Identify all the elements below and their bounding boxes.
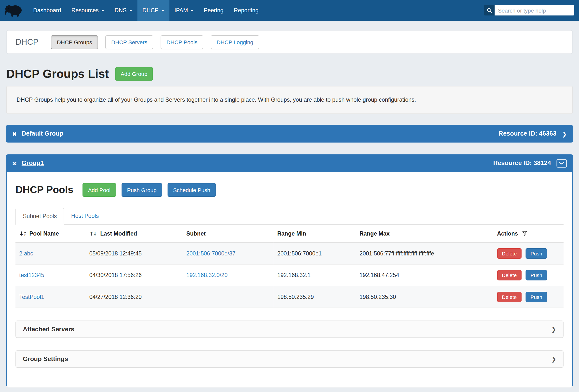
actions-cell: Delete Push	[493, 286, 564, 308]
subnav-dhcp-servers-button[interactable]: DHCP Servers	[105, 35, 153, 49]
column-range-min: Range Min	[274, 225, 356, 243]
last-modified-cell: 04/30/2018 17:56:26	[86, 264, 183, 286]
range-min-cell: 2001:506:7000::1	[274, 243, 356, 264]
group-header-right: Resource ID: 46363 ❯	[499, 130, 567, 138]
group-name-link[interactable]: Group1	[22, 160, 44, 167]
attached-servers-section[interactable]: Attached Servers ❯	[15, 320, 564, 338]
pool-name-cell: 2 abc	[15, 243, 86, 264]
nav-label: Reporting	[234, 7, 259, 14]
header-label: Actions	[497, 230, 518, 237]
nav-label: DNS	[114, 7, 127, 14]
pool-name-cell: test12345	[15, 264, 86, 286]
sort-letters: a z	[24, 230, 26, 237]
nav-resources[interactable]: Resources	[66, 0, 110, 21]
push-button[interactable]: Push	[526, 270, 547, 281]
column-last-modified[interactable]: ↑ ↓ Last Modified	[86, 225, 183, 243]
subnet-cell: 2001:506:7000::/37	[183, 243, 274, 264]
header-label: Range Min	[277, 230, 306, 237]
header-label: Last Modified	[100, 230, 137, 237]
nav-peering[interactable]: Peering	[199, 0, 229, 21]
search-input[interactable]	[495, 5, 574, 15]
delete-button[interactable]: Delete	[497, 292, 521, 302]
subnet-link[interactable]: 2001:506:7000::/37	[186, 250, 235, 257]
nav-label: IPAM	[174, 7, 188, 14]
delete-button[interactable]: Delete	[497, 270, 521, 281]
group-header-right: Resource ID: 38124 ❯	[493, 159, 567, 167]
pool-name-link[interactable]: TestPool1	[19, 294, 44, 300]
last-modified-cell: 05/09/2018 12:49:45	[86, 243, 183, 264]
close-icon[interactable]: ✖	[12, 131, 17, 137]
nav-ipam[interactable]: IPAM	[169, 0, 199, 21]
nav-label: DHCP	[143, 7, 159, 14]
nav-dhcp[interactable]: DHCP	[137, 0, 169, 21]
tab-subnet-pools[interactable]: Subnet Pools	[15, 208, 64, 225]
column-range-max: Range Max	[356, 225, 493, 243]
elephant-logo-icon	[4, 3, 24, 18]
group-header-default-group[interactable]: ✖ Default Group Resource ID: 46363 ❯	[6, 125, 573, 143]
page-header: DHCP Groups List Add Group	[6, 67, 573, 81]
group-header-left: ✖ Default Group	[12, 130, 63, 138]
pool-row: test12345 04/30/2018 17:56:26 192.168.32…	[15, 264, 564, 286]
description-well: DHCP Groups help you to organize all of …	[6, 86, 573, 114]
nav-label: Resources	[72, 7, 99, 14]
subnav-title: DHCP	[15, 37, 39, 47]
top-navbar: Dashboard Resources DNS DHCP IPAM Peerin…	[0, 0, 579, 21]
page-content: DHCP DHCP Groups DHCP Servers DHCP Pools…	[0, 30, 579, 387]
pool-row: 2 abc 05/09/2018 12:49:45 2001:506:7000:…	[15, 243, 564, 264]
description-text: DHCP Groups help you to organize all of …	[17, 96, 416, 103]
global-search	[484, 0, 579, 21]
group1-detail-body: DHCP Pools Add Pool Push Group Schedule …	[7, 172, 572, 387]
caret-down-icon	[129, 10, 132, 11]
push-button[interactable]: Push	[526, 292, 547, 302]
header-label: Range Max	[360, 230, 390, 237]
add-pool-button[interactable]: Add Pool	[82, 183, 116, 197]
search-icon[interactable]	[484, 5, 495, 15]
nav-label: Peering	[204, 7, 223, 14]
sort-letter-z: z	[24, 234, 26, 237]
sort-arrow: ↓	[19, 230, 24, 237]
chevron-glyph: ❯	[560, 161, 564, 165]
subnet-cell	[183, 286, 274, 308]
chevron-right-icon[interactable]: ❯	[562, 130, 567, 137]
pool-name-link[interactable]: 2 abc	[19, 250, 33, 257]
caret-down-icon	[191, 10, 194, 11]
range-min-cell: 192.168.32.1	[274, 264, 356, 286]
header-label: Pool Name	[29, 230, 59, 237]
section-title: Attached Servers	[23, 325, 74, 333]
magnifier-glyph	[487, 8, 492, 13]
group-panel-group1: ✖ Group1 Resource ID: 38124 ❯ DHCP Pools…	[6, 155, 573, 387]
sort-alpha-desc-icon: ↓ a z	[19, 230, 26, 237]
subnav-dhcp-logging-button[interactable]: DHCP Logging	[211, 35, 259, 49]
subnav-dhcp-pools-button[interactable]: DHCP Pools	[161, 35, 203, 49]
range-min-cell: 198.50.235.29	[274, 286, 356, 308]
chevron-down-icon[interactable]: ❯	[557, 159, 567, 167]
schedule-push-button[interactable]: Schedule Push	[167, 183, 216, 197]
nav-dns[interactable]: DNS	[109, 0, 137, 21]
nav-reporting[interactable]: Reporting	[229, 0, 264, 21]
brand-logo[interactable]	[0, 0, 28, 21]
chevron-right-icon: ❯	[551, 356, 556, 363]
delete-button[interactable]: Delete	[497, 248, 521, 259]
subnav-dhcp-groups-button[interactable]: DHCP Groups	[51, 35, 98, 49]
push-group-button[interactable]: Push Group	[122, 183, 162, 197]
column-subnet: Subnet	[183, 225, 274, 243]
push-button[interactable]: Push	[526, 248, 547, 259]
group-settings-section[interactable]: Group Settings ❯	[15, 350, 564, 368]
filter-icon[interactable]	[522, 231, 527, 236]
page-title: DHCP Groups List	[6, 67, 109, 81]
column-pool-name[interactable]: ↓ a z Pool Name	[15, 225, 86, 243]
sort-updown-icon: ↑ ↓	[89, 231, 97, 236]
header-label: Subnet	[186, 230, 206, 237]
last-modified-cell: 04/27/2018 12:36:20	[86, 286, 183, 308]
caret-down-icon	[101, 10, 104, 11]
add-group-button[interactable]: Add Group	[115, 67, 153, 81]
pool-name-link[interactable]: test12345	[19, 272, 44, 278]
close-icon[interactable]: ✖	[12, 160, 17, 166]
tab-host-pools[interactable]: Host Pools	[64, 208, 106, 225]
group-header-group1[interactable]: ✖ Group1 Resource ID: 38124 ❯	[6, 155, 573, 172]
table-header-row: ↓ a z Pool Name ↑	[15, 225, 564, 243]
nav-dashboard[interactable]: Dashboard	[28, 0, 66, 21]
subnet-pools-table: ↓ a z Pool Name ↑	[15, 225, 564, 308]
subnet-link[interactable]: 192.168.32.0/20	[186, 272, 228, 278]
group-name: Default Group	[22, 130, 63, 138]
